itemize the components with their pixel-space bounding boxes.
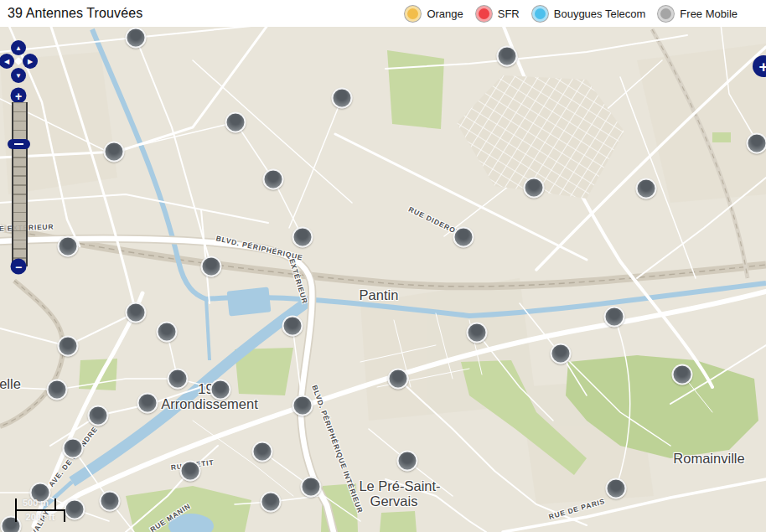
antenna-marker[interactable]	[65, 499, 85, 520]
place-label: elle	[0, 376, 21, 392]
antenna-marker[interactable]	[100, 491, 121, 512]
antenna-marker[interactable]	[104, 142, 125, 163]
antenna-marker[interactable]	[292, 395, 313, 416]
antenna-marker[interactable]	[126, 302, 147, 323]
carrier-color-icon	[658, 6, 674, 22]
antenna-marker[interactable]	[126, 28, 147, 49]
antenna-marker[interactable]	[604, 307, 625, 328]
antenna-marker[interactable]	[453, 227, 474, 248]
page-title: 39 Antennes Trouvées	[8, 6, 142, 21]
antenna-marker[interactable]	[63, 438, 84, 459]
carrier-legend: OrangeSFRBouygues TelecomFree Mobile	[405, 6, 738, 22]
zoom-out-button[interactable]: −	[11, 259, 27, 275]
place-label: Pantin	[360, 287, 399, 303]
antenna-marker[interactable]	[180, 461, 201, 482]
legend-item-label: SFR	[498, 8, 520, 20]
antenna-marker[interactable]	[551, 343, 572, 364]
pan-down-button[interactable]: ▼	[11, 68, 26, 83]
antenna-marker[interactable]	[210, 380, 231, 400]
legend-item-sfr[interactable]: SFR	[476, 6, 520, 22]
antenna-marker[interactable]	[157, 322, 178, 343]
antenna-marker[interactable]	[137, 393, 158, 414]
header-bar: 39 Antennes Trouvées OrangeSFRBouygues T…	[0, 0, 766, 27]
carrier-color-icon	[532, 6, 548, 22]
antenna-marker[interactable]	[261, 492, 282, 513]
antenna-marker[interactable]	[332, 88, 353, 109]
legend-item-label: Bouygues Telecom	[554, 8, 646, 20]
antenna-marker[interactable]	[201, 256, 222, 277]
antenna-marker[interactable]	[58, 336, 79, 357]
antenna-marker[interactable]	[524, 178, 545, 199]
carrier-color-icon	[405, 6, 421, 22]
antenna-marker[interactable]	[263, 169, 284, 190]
legend-item-free-mobile[interactable]: Free Mobile	[658, 6, 738, 22]
antenna-marker[interactable]	[292, 227, 313, 248]
place-label: Le Pré-Saint-	[359, 478, 440, 494]
legend-item-bouygues-telecom[interactable]: Bouygues Telecom	[532, 6, 646, 22]
antenna-marker[interactable]	[467, 323, 488, 343]
map-canvas	[0, 27, 766, 532]
antenna-marker[interactable]	[47, 380, 68, 400]
antenna-marker[interactable]	[168, 369, 189, 390]
place-label: Gervais	[370, 493, 418, 509]
antenna-marker[interactable]	[252, 442, 273, 462]
antenna-marker[interactable]	[497, 46, 518, 67]
legend-item-label: Orange	[427, 8, 463, 20]
antenna-marker[interactable]	[301, 477, 322, 498]
place-label: Arrondissement	[161, 396, 258, 412]
antenna-marker[interactable]	[388, 369, 409, 390]
antenna-marker[interactable]	[282, 316, 303, 337]
antenna-marker[interactable]	[636, 178, 657, 199]
antenna-marker[interactable]	[58, 236, 79, 257]
pan-up-button[interactable]: ▲	[11, 40, 26, 55]
zoom-slider-handle[interactable]	[8, 139, 30, 149]
legend-item-label: Free Mobile	[680, 8, 738, 20]
zoom-slider-track[interactable]	[12, 102, 28, 266]
carrier-color-icon	[476, 6, 492, 22]
antenna-marker[interactable]	[606, 478, 627, 499]
antenna-marker[interactable]	[672, 364, 693, 385]
map-viewport[interactable]: Pantin19eArrondissementLe Pré-Saint-Gerv…	[0, 27, 766, 532]
scale-imperial: 2000 ft	[15, 509, 65, 522]
antenna-marker[interactable]	[88, 405, 109, 426]
antenna-marker[interactable]	[225, 112, 246, 133]
zoom-in-button[interactable]: +	[11, 88, 27, 104]
place-label: Romainville	[673, 451, 744, 467]
antenna-marker[interactable]	[397, 451, 418, 472]
pan-right-button[interactable]: ▶	[23, 54, 38, 69]
antenna-marker[interactable]	[747, 133, 766, 154]
legend-item-orange[interactable]: Orange	[405, 6, 463, 22]
